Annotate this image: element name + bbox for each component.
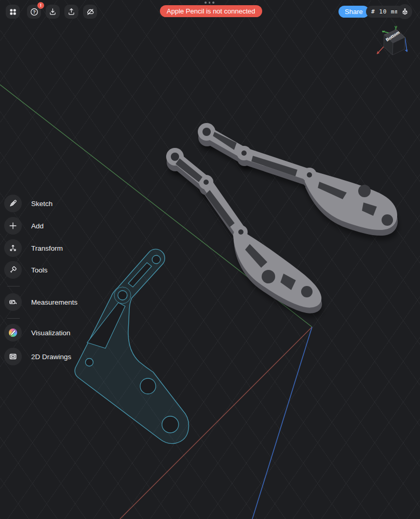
sidebar-item-visualization[interactable]: Visualization	[4, 324, 71, 342]
axis-y-label: y	[395, 24, 397, 30]
import-icon	[48, 7, 57, 16]
export-button[interactable]	[64, 5, 78, 19]
view-settings-button[interactable]	[397, 4, 412, 19]
sidebar-item-label: Visualization	[31, 329, 71, 337]
export-icon	[67, 7, 76, 16]
blueprint-icon	[4, 348, 22, 365]
move-arrows-icon	[4, 239, 22, 257]
sidebar-item-sketch[interactable]: Sketch	[4, 195, 52, 212]
sidebar-item-label: Measurements	[31, 298, 77, 306]
scene-canvas	[0, 0, 420, 519]
pencil-notification: Apple Pencil is not connected	[160, 5, 262, 17]
apps-grid-button[interactable]	[6, 5, 20, 19]
sidebar-item-label: Add	[31, 222, 44, 230]
sidebar-item-transform[interactable]: Transform	[4, 239, 63, 257]
sidebar-divider	[7, 286, 20, 286]
sidebar-item-2d-drawings[interactable]: 2D Drawings	[4, 348, 71, 365]
sidebar-item-label: Sketch	[31, 200, 52, 208]
apps-grid-icon	[9, 8, 17, 16]
sidebar-item-add[interactable]: Add	[4, 217, 44, 235]
paint-pen-icon	[4, 324, 22, 342]
help-icon: ?	[30, 7, 39, 17]
cloud-offline-icon	[86, 7, 95, 17]
sync-status-button[interactable]	[83, 5, 97, 19]
tape-measure-icon	[4, 293, 22, 311]
sidebar-item-label: 2D Drawings	[31, 353, 71, 361]
selected-sketch[interactable]	[75, 249, 188, 443]
sidebar-item-label: Tools	[31, 266, 48, 274]
sidebar-item-tools[interactable]: Tools	[4, 261, 48, 279]
axis-z-line	[252, 327, 312, 519]
sidebar-item-measurements[interactable]: Measurements	[4, 293, 77, 311]
axis-cube-icon	[400, 7, 410, 17]
svg-text:?: ?	[33, 9, 36, 15]
sketch-pen-icon	[4, 195, 22, 212]
razor-tool-icon	[4, 261, 22, 279]
alert-badge: !	[37, 2, 44, 9]
import-button[interactable]	[46, 5, 60, 19]
sidebar-divider	[7, 318, 20, 319]
multitasking-handle-icon[interactable]	[205, 2, 214, 4]
help-button[interactable]: ? !	[27, 5, 41, 19]
sidebar-item-label: Transform	[31, 244, 63, 252]
plus-icon	[4, 217, 22, 235]
orientation-cube[interactable]: y Bottom	[373, 24, 414, 65]
share-button[interactable]: Share	[338, 6, 369, 18]
3d-viewport[interactable]: ? ! Apple Pencil is not connected Share …	[0, 0, 420, 519]
